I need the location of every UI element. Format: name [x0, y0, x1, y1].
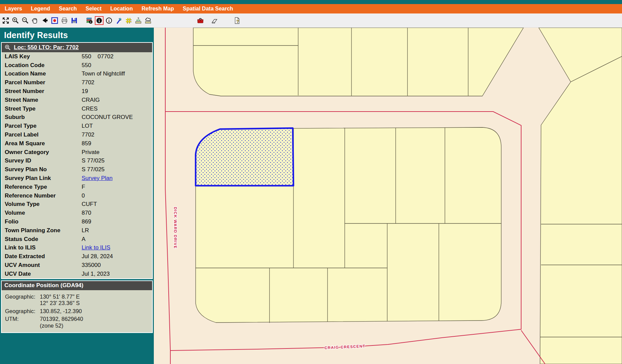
overview-map-icon[interactable]	[51, 17, 59, 25]
feature-info-icon[interactable]: i	[105, 17, 113, 25]
row-label: Status Code	[2, 235, 82, 244]
row-label: Location Name	[2, 70, 82, 79]
row-label: Town Planning Zone	[2, 226, 82, 235]
grid-icon[interactable]	[124, 17, 133, 25]
row-value: 19	[82, 87, 152, 96]
menu-spatial-data-search[interactable]: Spatial Data Search	[183, 6, 233, 12]
table-row: SuburbCOCONUT GROVE	[2, 113, 152, 122]
row-value: A	[82, 235, 152, 244]
table-row: Survey IDS 77/025	[2, 157, 152, 165]
table-row: Town Planning ZoneLR	[2, 226, 152, 235]
table-row: Parcel Number7702	[2, 78, 152, 87]
table-row: Street Number19	[2, 87, 152, 96]
clear-graphics-eraser-icon[interactable]	[210, 17, 219, 25]
menu-refresh-map[interactable]: Refresh Map	[142, 6, 174, 12]
table-row: LAIS Key550 07702	[2, 52, 152, 61]
table-row: Reference Number0	[2, 191, 152, 200]
table-row: Area M Square859	[2, 139, 152, 148]
row-label: Street Name	[2, 96, 82, 104]
zoom-full-extent-icon[interactable]	[2, 17, 10, 25]
pan-hand-icon[interactable]	[31, 17, 39, 25]
svg-text:i: i	[108, 18, 110, 23]
attribute-table: LAIS Key550 07702Location Code550Locatio…	[2, 52, 152, 278]
row-value-link[interactable]: Survey Plan	[82, 175, 113, 181]
table-row: Location NameTown of Nightcliff	[2, 70, 152, 79]
zoom-to-feature-icon[interactable]	[4, 44, 11, 51]
menu-select[interactable]: Select	[86, 6, 102, 12]
menu-legend[interactable]: Legend	[31, 6, 50, 12]
print-icon[interactable]	[60, 17, 68, 25]
row-label: Survey Plan No	[2, 165, 82, 174]
row-label: Area M Square	[2, 139, 82, 148]
menu-layers[interactable]: Layers	[5, 6, 22, 12]
table-row: Reference TypeF	[2, 183, 152, 191]
row-value: LOT	[82, 122, 152, 130]
coordinate-box: Coordinate Position (GDA94) Geographic:1…	[1, 280, 153, 333]
row-value: 859	[82, 139, 152, 148]
row-value: 0	[82, 191, 152, 200]
row-value: Town of Nightcliff	[82, 70, 152, 79]
row-value: S 77/025	[82, 165, 152, 174]
row-value: Jul 28, 2024	[82, 252, 152, 261]
map-canvas: DICK WARD DRIVE CRAIG CRESCENT	[154, 28, 622, 364]
street-label-dick-ward-drive: DICK WARD DRIVE	[173, 207, 177, 249]
svg-text:?: ?	[236, 19, 239, 24]
result-header: Loc: 550 LTO: Par: 7702	[2, 43, 152, 52]
measure-distance-icon[interactable]: ?	[134, 17, 142, 25]
row-label: UCV Amount	[2, 261, 82, 270]
result-box: Loc: 550 LTO: Par: 7702 LAIS Key550 0770…	[1, 42, 153, 279]
row-value-link[interactable]: Link to ILIS	[82, 244, 110, 251]
help-icon[interactable]: ?	[233, 17, 241, 25]
coordinate-header: Coordinate Position (GDA94)	[2, 281, 152, 290]
row-label: Survey Plan Link	[2, 174, 82, 183]
coordinate-label: Geographic:	[2, 308, 40, 314]
table-row: Owner CategoryPrivate	[2, 148, 152, 157]
table-row: Volume TypeCUFT	[2, 200, 152, 209]
save-icon[interactable]	[70, 17, 78, 25]
row-label: Reference Number	[2, 191, 82, 200]
row-label: Location Code	[2, 61, 82, 70]
row-value: COCONUT GROVE	[82, 113, 152, 122]
row-value[interactable]: Link to ILIS	[82, 244, 152, 252]
table-row: Location Code550	[2, 61, 152, 70]
back-extent-icon[interactable]	[41, 17, 49, 25]
row-value: 870	[82, 209, 152, 217]
zoom-in-icon[interactable]	[11, 17, 20, 25]
parcel-block-north[interactable]	[193, 28, 524, 96]
table-row: Street NameCRAIG	[2, 96, 152, 104]
query-builder-icon[interactable]	[115, 17, 123, 25]
table-row: Survey Plan NoS 77/025	[2, 165, 152, 174]
row-label: Street Number	[2, 87, 82, 96]
identify-results-panel: Identify Results Loc: 550 LTO: Par: 7702…	[0, 28, 154, 364]
row-value: 335000	[82, 261, 152, 270]
coordinate-row: UTM:701392, 8629640 (zone 52)	[2, 316, 152, 329]
table-row: Street TypeCRES	[2, 104, 152, 113]
result-header-link[interactable]: Loc: 550 LTO: Par: 7702	[14, 44, 79, 51]
row-value: LR	[82, 226, 152, 235]
row-value[interactable]: Survey Plan	[82, 174, 152, 183]
zoom-out-icon[interactable]	[21, 17, 29, 25]
menu-search[interactable]: Search	[59, 6, 77, 12]
table-row: UCV Amount335000	[2, 261, 152, 270]
table-row: Parcel TypeLOT	[2, 122, 152, 130]
row-value: 7702	[82, 130, 152, 139]
row-label: Street Type	[2, 104, 82, 113]
table-row: Volume870	[2, 209, 152, 217]
identify-visible-layers-icon[interactable]: i	[85, 17, 93, 25]
identify-icon[interactable]: i	[95, 17, 103, 25]
map-viewport[interactable]: DICK WARD DRIVE CRAIG CRESCENT	[154, 28, 622, 364]
menu-location[interactable]: Location	[110, 6, 133, 12]
menu-bar: Layers Legend Search Select Location Ref…	[0, 4, 622, 13]
panel-title: Identify Results	[0, 28, 154, 42]
selected-parcel-7702[interactable]	[196, 128, 293, 186]
coordinate-row: Geographic:130° 51' 8.77" E 12° 23' 23.3…	[2, 294, 152, 307]
row-label: Date Extracted	[2, 252, 82, 261]
row-label: Parcel Type	[2, 122, 82, 130]
row-label: Parcel Label	[2, 130, 82, 139]
table-row: Date ExtractedJul 28, 2024	[2, 252, 152, 261]
coordinate-label: UTM:	[2, 316, 40, 329]
row-label: Reference Type	[2, 183, 82, 191]
measure-area-icon[interactable]	[144, 17, 152, 25]
row-value: Private	[82, 148, 152, 157]
toolbox-icon[interactable]	[196, 17, 204, 25]
